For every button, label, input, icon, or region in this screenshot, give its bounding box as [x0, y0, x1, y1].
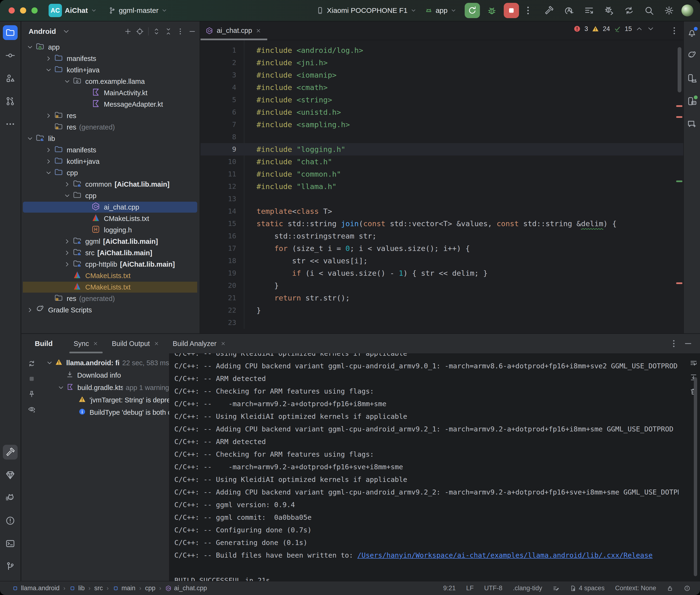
user-avatar[interactable] [681, 4, 693, 17]
search-everywhere-icon[interactable] [644, 5, 654, 16]
code-line-2[interactable]: 2#include <jni.h> [200, 56, 683, 69]
tree-item-cmakelists-txt[interactable]: CMakeLists.txt [22, 281, 200, 293]
build-tree-item[interactable]: 'jvmTarget: String' is deprec [42, 394, 169, 406]
error-stripe-mark[interactable] [676, 116, 682, 118]
re-sync-icon[interactable] [28, 360, 36, 368]
chevron-down-icon[interactable] [45, 66, 52, 74]
code-line-9[interactable]: 9#include "logging.h" [200, 143, 683, 155]
editor-options-icon[interactable] [670, 26, 679, 35]
breadcrumb-ai-chat-cpp[interactable]: ai_chat.cpp [165, 585, 207, 592]
tree-item-logging-h[interactable]: logging.h [22, 224, 200, 236]
version-control-tool-button[interactable] [3, 559, 18, 574]
build-options-icon[interactable] [669, 339, 678, 348]
commit-tool-button[interactable] [3, 48, 18, 63]
settings-icon[interactable] [664, 5, 674, 16]
code-line-22[interactable]: 22} [200, 304, 683, 316]
error-stripe-mark[interactable] [676, 105, 682, 107]
tree-item-kotlin-java[interactable]: kotlin+java [22, 156, 200, 167]
stop-icon[interactable] [28, 375, 36, 383]
lock-icon[interactable] [667, 585, 673, 592]
next-problem-icon[interactable] [647, 25, 655, 33]
chevron-down-icon[interactable] [26, 44, 34, 51]
code-line-19[interactable]: 19 if (i < values.size() - 1) { str << d… [200, 267, 683, 279]
sync-project-icon[interactable] [624, 5, 634, 16]
inspection-highlight-icon[interactable] [684, 585, 691, 592]
filter-icon[interactable] [28, 405, 36, 413]
chevron-right-icon[interactable] [64, 181, 71, 188]
device-manager-tool-button[interactable] [684, 71, 699, 86]
device-selector[interactable]: Xiaomi POCOPHONE F1 [316, 6, 417, 15]
build-tab-sync[interactable]: Sync [67, 334, 105, 353]
code-line-16[interactable]: 16 std::ostringstream str; [200, 230, 683, 242]
tree-item-res[interactable]: res [22, 110, 200, 121]
zoom-window-button[interactable] [31, 7, 38, 13]
options-icon[interactable] [176, 27, 184, 35]
chevron-right-icon[interactable] [45, 55, 52, 62]
breadcrumb-cpp[interactable]: cpp [145, 585, 156, 592]
code-line-8[interactable]: 8 [200, 131, 683, 143]
chevron-right-icon[interactable] [64, 249, 71, 256]
chevron-right-icon[interactable] [45, 158, 52, 165]
close-window-button[interactable] [8, 7, 15, 13]
file-encoding[interactable]: UTF-8 [484, 585, 503, 592]
prev-problem-icon[interactable] [635, 25, 643, 33]
breadcrumb-llama-android[interactable]: llama.android [12, 585, 60, 592]
tree-item-cpp[interactable]: cpp [22, 190, 200, 201]
attach-debugger-icon[interactable] [604, 5, 614, 16]
build-tab-build-output[interactable]: Build Output [105, 334, 166, 353]
code-line-5[interactable]: 5#include <string> [200, 93, 683, 106]
tree-item-messageadapter-kt[interactable]: MessageAdapter.kt [22, 98, 200, 110]
build-icon[interactable] [544, 5, 554, 16]
caret-position[interactable]: 9:21 [443, 585, 456, 592]
breadcrumb-lib[interactable]: lib [69, 585, 85, 592]
select-opened-file-icon[interactable] [136, 27, 144, 35]
context[interactable]: Context: None [615, 585, 656, 592]
app-quality-insights-tool-button[interactable] [3, 468, 18, 482]
code-line-4[interactable]: 4#include <cmath> [200, 81, 683, 93]
tree-item-mainactivity-kt[interactable]: MainActivity.kt [22, 87, 200, 98]
chevron-right-icon[interactable] [45, 146, 52, 153]
project-view-mode[interactable]: Android [29, 27, 56, 35]
build-tree-item[interactable]: llama.android: fi22 sec, 583 ms [42, 357, 169, 369]
code-line-13[interactable]: 13 [200, 193, 683, 205]
tree-item-src[interactable]: src[AiChat.lib.main] [22, 247, 200, 259]
breadcrumb-main[interactable]: main [112, 585, 136, 592]
vcs-stripe-mark[interactable] [676, 180, 682, 182]
vcs-branch-selector[interactable]: ggml-master [108, 6, 168, 15]
build-output-path-link[interactable]: /Users/hanyin/Workspace/ai-chat/examples… [357, 551, 653, 559]
build-tree-item[interactable]: BuildType 'debug' is both de [42, 406, 169, 419]
close-tab-icon[interactable] [93, 341, 99, 346]
editor-tab-ai-chat-cpp[interactable]: ai_chat.cpp [200, 22, 267, 40]
build-tool-button[interactable] [3, 445, 18, 459]
breadcrumb-src[interactable]: src [94, 585, 103, 592]
notifications-button[interactable] [684, 25, 699, 40]
tree-item-ai-chat-cpp[interactable]: ai_chat.cpp [22, 201, 200, 213]
inspections-widget[interactable]: 3 24 15 [573, 25, 655, 33]
chevron-down-icon[interactable] [64, 192, 71, 199]
hide-build-panel-icon[interactable] [683, 339, 693, 348]
indent-setting[interactable]: 4 spaces [570, 585, 605, 592]
formatter-icon[interactable] [553, 585, 559, 592]
code-line-6[interactable]: 6#include <unistd.h> [200, 106, 683, 118]
more-tool-windows-button[interactable] [3, 117, 18, 132]
chevron-right-icon[interactable] [64, 261, 71, 268]
editor-scrollbar[interactable] [678, 47, 681, 92]
project-tool-button[interactable] [3, 25, 18, 40]
code-line-21[interactable]: 21 return str.str(); [200, 292, 683, 304]
close-tab-icon[interactable] [220, 341, 226, 346]
tree-item-common[interactable]: common[AiChat.lib.main] [22, 178, 200, 190]
pin-icon[interactable] [28, 390, 36, 398]
log-scrollbar[interactable] [694, 377, 697, 576]
code-line-3[interactable]: 3#include <iomanip> [200, 69, 683, 81]
minimize-window-button[interactable] [20, 7, 26, 13]
code-line-12[interactable]: 12#include "llama.h" [200, 180, 683, 193]
more-run-actions-icon[interactable] [523, 5, 533, 16]
gemini-tool-button[interactable] [684, 117, 699, 132]
line-separator[interactable]: LF [466, 585, 474, 592]
terminal-tool-button[interactable] [3, 536, 18, 551]
rerun-button[interactable] [465, 3, 480, 18]
collapse-all-icon[interactable] [164, 27, 172, 35]
tree-item-cmakelists-txt[interactable]: CMakeLists.txt [22, 270, 200, 281]
close-tab-icon[interactable] [255, 28, 261, 34]
close-tab-icon[interactable] [153, 341, 159, 346]
